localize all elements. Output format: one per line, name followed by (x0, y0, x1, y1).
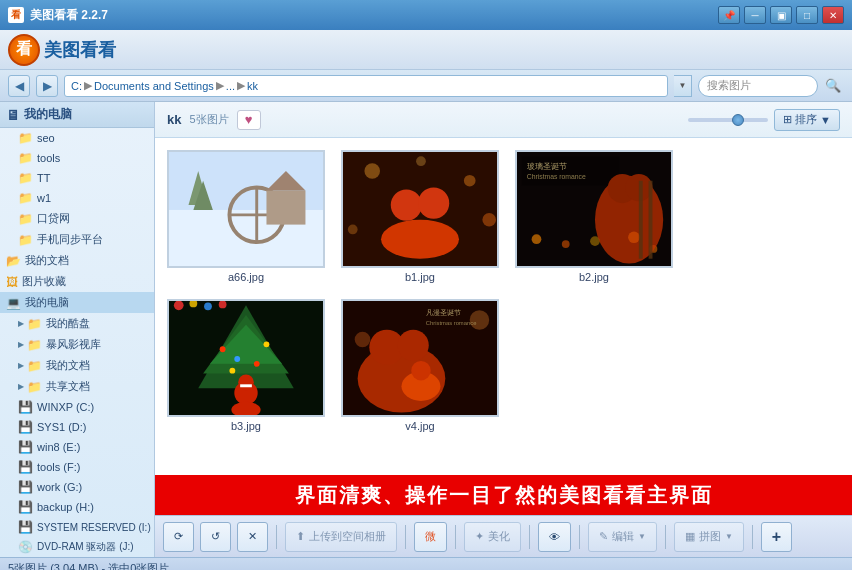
sidebar-item-backup[interactable]: 💾 backup (H:) (0, 497, 154, 517)
sidebar-item-seo[interactable]: 📁 seo (0, 128, 154, 148)
sidebar-item-baofeng[interactable]: ▶ 📁 暴风影视库 (0, 334, 154, 355)
collage-label: 拼图 (699, 529, 721, 544)
folder-icon-shared: 📁 (27, 380, 42, 394)
app-icon: 看 (8, 7, 24, 23)
toolbar-divider6 (665, 525, 666, 549)
sidebar-item-tools[interactable]: 📁 tools (0, 148, 154, 168)
sort-area: ⊞ 排序 ▼ (688, 109, 840, 131)
sidebar-label-winxp: WINXP (C:) (37, 401, 94, 413)
toolbar-divider2 (405, 525, 406, 549)
svg-point-45 (204, 302, 212, 310)
favorite-button[interactable]: ♥ (237, 110, 261, 130)
upload-label: 上传到空间相册 (309, 529, 386, 544)
sidebar-item-w1[interactable]: 📁 w1 (0, 188, 154, 208)
thumb-wrap-b1 (341, 150, 499, 268)
drive-icon-sys1: 💾 (18, 420, 33, 434)
sidebar-item-sys1[interactable]: 💾 SYS1 (D:) (0, 417, 154, 437)
address-c[interactable]: C: (71, 80, 82, 92)
sidebar-item-mydocs2[interactable]: ▶ 📁 我的文档 (0, 355, 154, 376)
search-box[interactable]: 搜索图片 (698, 75, 818, 97)
edit-button[interactable]: ✎ 编辑 ▼ (588, 522, 657, 552)
app-logo-icon: 看 (8, 34, 40, 66)
sidebar-label-computer: 我的电脑 (25, 295, 69, 310)
size-slider-track[interactable] (688, 118, 768, 122)
sidebar-item-sysreserved[interactable]: 💾 SYSTEM RESERVED (I:) (0, 517, 154, 537)
address-kk[interactable]: kk (247, 80, 258, 92)
folder-icon-kupan: 📁 (27, 317, 42, 331)
thumbnail-item-b3[interactable]: b3.jpg (167, 299, 325, 432)
sort-icon: ⊞ (783, 113, 792, 126)
address-ellipsis[interactable]: ... (226, 80, 235, 92)
beauty-button[interactable]: ✦ 美化 (464, 522, 521, 552)
toolbar-divider4 (529, 525, 530, 549)
mydocs-icon: 📂 (6, 254, 21, 268)
svg-point-22 (562, 240, 570, 248)
sidebar-item-winxp[interactable]: 💾 WINXP (C:) (0, 397, 154, 417)
sidebar-label-tt: TT (37, 172, 50, 184)
sidebar-header-mycomputer[interactable]: 🖥 我的电脑 (0, 102, 154, 128)
search-button[interactable]: 🔍 (822, 75, 844, 97)
thumbnail-item-a66[interactable]: a66.jpg (167, 150, 325, 283)
sidebar-item-mobile[interactable]: 📁 手机同步平台 (0, 229, 154, 250)
view-button[interactable]: 👁 (538, 522, 571, 552)
thumbnail-item-v4[interactable]: 凡漫圣诞节 Christmas romance v4.jpg (341, 299, 499, 432)
sidebar-item-tools-f[interactable]: 💾 tools (F:) (0, 457, 154, 477)
svg-text:玻璃圣诞节: 玻璃圣诞节 (527, 162, 567, 171)
upload-icon: ⬆ (296, 530, 305, 543)
weibo-button[interactable]: 微 (414, 522, 447, 552)
address-docs-settings[interactable]: Documents and Settings (94, 80, 214, 92)
sidebar-item-koudai[interactable]: 📁 口贷网 (0, 208, 154, 229)
sidebar-label-seo: seo (37, 132, 55, 144)
thumbnail-item-b2[interactable]: 玻璃圣诞节 Christmas romance b2.jpg (515, 150, 673, 283)
sidebar-label-w1: w1 (37, 192, 51, 204)
drive-icon-work: 💾 (18, 480, 33, 494)
sidebar-label-koudai: 口贷网 (37, 211, 70, 226)
upload-button[interactable]: ⬆ 上传到空间相册 (285, 522, 397, 552)
thumb-wrap-b3 (167, 299, 325, 417)
folder-icon-mydocs2: 📁 (27, 359, 42, 373)
thumb-svg-b1 (343, 152, 497, 266)
sidebar-item-kupan[interactable]: ▶ 📁 我的酷盘 (0, 313, 154, 334)
folder-icon-tt: 📁 (18, 171, 33, 185)
address-bar[interactable]: C: ▶ Documents and Settings ▶ ... ▶ kk (64, 75, 668, 97)
folder-icon-tools: 📁 (18, 151, 33, 165)
collage-button[interactable]: ▦ 拼图 ▼ (674, 522, 744, 552)
rotate-cw-icon: ↺ (211, 530, 220, 543)
pin-button[interactable]: 📌 (718, 6, 740, 24)
close-button[interactable]: ✕ (822, 6, 844, 24)
size-slider-thumb[interactable] (732, 114, 744, 126)
folder-icon-koudai: 📁 (18, 212, 33, 226)
sidebar-item-shared[interactable]: ▶ 📁 共享文档 (0, 376, 154, 397)
sidebar-item-pics[interactable]: 🖼 图片收藏 (0, 271, 154, 292)
add-button[interactable]: + (761, 522, 792, 552)
rotate-ccw-icon: ⟳ (174, 530, 183, 543)
sort-button[interactable]: ⊞ 排序 ▼ (774, 109, 840, 131)
weibo-icon: 微 (425, 529, 436, 544)
forward-button[interactable]: ▶ (36, 75, 58, 97)
delete-button[interactable]: ✕ (237, 522, 268, 552)
sidebar-item-dvdram[interactable]: 💿 DVD-RAM 驱动器 (J:) (0, 537, 154, 557)
thumb-svg-b2: 玻璃圣诞节 Christmas romance (517, 152, 671, 266)
sidebar-mycomputer-label: 我的电脑 (24, 106, 72, 123)
toolbar-divider3 (455, 525, 456, 549)
sidebar-item-computer[interactable]: 💻 我的电脑 (0, 292, 154, 313)
toolbar-divider7 (752, 525, 753, 549)
sidebar-item-mydocs[interactable]: 📂 我的文档 (0, 250, 154, 271)
restore-button[interactable]: ▣ (770, 6, 792, 24)
rotate-ccw-button[interactable]: ⟳ (163, 522, 194, 552)
pics-icon: 🖼 (6, 275, 18, 289)
thumbnail-item-b1[interactable]: b1.jpg (341, 150, 499, 283)
minimize-button[interactable]: ─ (744, 6, 766, 24)
content-area: 🖥 我的电脑 📁 seo 📁 tools 📁 TT 📁 w1 📁 口贷网 📁 手… (0, 102, 852, 557)
back-button[interactable]: ◀ (8, 75, 30, 97)
sidebar-item-win8[interactable]: 💾 win8 (E:) (0, 437, 154, 457)
thumb-svg-b3 (169, 301, 323, 415)
address-dropdown-btn[interactable]: ▼ (674, 75, 692, 97)
maximize-button[interactable]: □ (796, 6, 818, 24)
svg-point-53 (355, 332, 371, 348)
rotate-cw-button[interactable]: ↺ (200, 522, 231, 552)
promo-text: 界面清爽、操作一目了然的美图看看主界面 (295, 482, 713, 509)
sidebar-item-work[interactable]: 💾 work (G:) (0, 477, 154, 497)
sidebar-item-tt[interactable]: 📁 TT (0, 168, 154, 188)
computer-folder-icon: 💻 (6, 296, 21, 310)
